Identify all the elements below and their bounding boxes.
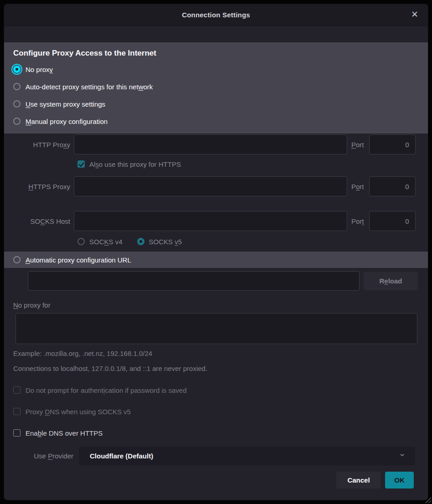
no-proxy-for-textarea[interactable] [15,313,417,344]
socks-host-input[interactable] [74,211,347,231]
checkbox-icon[interactable] [13,386,21,394]
enable-doh-label: Enable DNS over HTTPS [26,429,103,437]
checkbox-proxy-dns-socks5[interactable]: Proxy DNS when using SOCKS v5 [4,407,428,416]
https-proxy-row: HTTPS Proxy Port [4,176,428,196]
no-proxy-for-label: No proxy for [13,301,428,309]
proxy-dns-label: Proxy DNS when using SOCKS v5 [26,408,131,416]
reload-button[interactable]: Reload [364,272,418,290]
dialog-title: Connection Settings [182,11,250,19]
section-heading: Configure Proxy Access to the Internet [13,49,428,58]
doh-provider-row: Use Provider Cloudflare (Default) ⌄ [4,447,428,465]
socks-port-input[interactable] [369,211,416,231]
chevron-down-icon: ⌄ [398,447,406,458]
radio-icon[interactable] [77,238,85,245]
doh-provider-dropdown[interactable]: Cloudflare (Default) ⌄ [79,447,415,465]
no-proxy-example-text: Example: .mozilla.org, .net.nz, 192.168.… [13,350,428,357]
https-proxy-input[interactable] [74,176,347,196]
checkbox-no-prompt-auth[interactable]: Do not prompt for authentication if pass… [4,386,428,394]
http-port-input[interactable] [369,134,416,154]
https-port-label: Port [351,183,364,190]
socks-host-row: SOCKS Host Port [4,211,428,231]
http-proxy-row: HTTP Proxy Port [4,134,428,154]
socks-port-label: Port [351,217,364,225]
also-https-row[interactable]: Also use this proxy for HTTPS [77,159,428,169]
proxy-mode-section: Configure Proxy Access to the Internet N… [4,42,428,134]
https-proxy-label: HTTPS Proxy [4,183,74,190]
cancel-button[interactable]: Cancel [336,472,381,489]
socks-host-label: SOCKS Host [4,217,74,225]
http-proxy-input[interactable] [74,134,347,154]
close-icon[interactable]: ✕ [411,10,418,19]
also-https-label: Also use this proxy for HTTPS [89,160,181,168]
dialog-content: Configure Proxy Access to the Internet N… [4,42,428,489]
radio-icon[interactable] [13,256,21,263]
https-port-input[interactable] [369,176,416,196]
dialog-footer: Cancel OK [4,472,428,489]
radio-auto-config-url[interactable]: Automatic proxy configuration URL [4,252,428,268]
radio-icon[interactable] [13,66,21,73]
radio-label: No proxy [26,66,53,73]
radio-manual-proxy[interactable]: Manual proxy configuration [4,113,428,130]
checkbox-icon[interactable] [13,408,21,415]
checkbox-icon[interactable] [77,160,85,168]
radio-autodetect-proxy[interactable]: Auto-detect proxy settings for this netw… [4,78,428,95]
auto-config-url-row: Reload [4,271,428,291]
radio-icon[interactable] [137,238,144,245]
use-provider-label: Use Provider [4,452,73,460]
dialog-titlebar: Connection Settings ✕ [4,4,428,26]
radio-icon[interactable] [13,100,21,108]
doh-provider-value: Cloudflare (Default) [90,452,153,460]
socks-version-row: SOCKS v4 SOCKS v5 [77,237,428,246]
radio-icon[interactable] [13,118,21,125]
checkbox-enable-doh[interactable]: Enable DNS over HTTPS [4,429,428,437]
radio-system-proxy[interactable]: Use system proxy settings [4,95,428,113]
radio-icon[interactable] [13,83,21,90]
socks-v4-label: SOCKS v4 [89,238,123,246]
connection-settings-dialog: Connection Settings ✕ Configure Proxy Ac… [4,4,428,500]
no-prompt-auth-label: Do not prompt for authentication if pass… [26,386,187,394]
http-port-label: Port [351,141,364,149]
ok-button[interactable]: OK [385,472,414,489]
checkbox-icon[interactable] [13,429,21,437]
auto-config-label: Automatic proxy configuration URL [26,256,131,264]
radio-label: Use system proxy settings [26,100,105,108]
http-proxy-label: HTTP Proxy [4,141,74,149]
localhost-note-text: Connections to localhost, 127.0.0.1/8, a… [13,365,428,372]
auto-config-url-input[interactable] [28,271,360,291]
radio-label: Auto-detect proxy settings for this netw… [26,83,153,91]
radio-no-proxy[interactable]: No proxy [4,61,428,78]
radio-label: Manual proxy configuration [26,118,108,125]
socks-v5-label: SOCKS v5 [149,238,182,246]
